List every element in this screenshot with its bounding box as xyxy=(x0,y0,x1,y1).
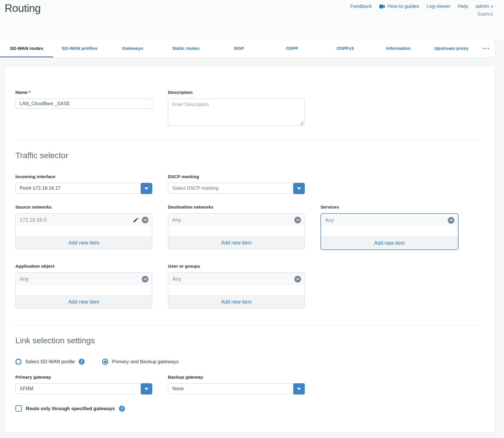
primary-backup-gateways-radio[interactable] xyxy=(102,359,108,365)
destination-networks-field-group: Destination networks Any Add new item xyxy=(168,205,305,250)
primary-gateway-select[interactable]: XFRM xyxy=(15,383,152,394)
source-networks-label: Source networks xyxy=(15,205,152,210)
remove-item-icon[interactable] xyxy=(294,276,301,282)
source-networks-listbox: 172.16.16.0 Add new item xyxy=(15,213,152,249)
tab-ospfv3[interactable]: OSPFv3 xyxy=(319,39,372,57)
sdwan-route-form-panel: Name * Description Traffic selector Inco… xyxy=(4,65,495,433)
dscp-label: DSCP marking xyxy=(168,174,305,179)
user-menu[interactable]: admin ▾ xyxy=(476,3,493,9)
dropdown-arrow-button[interactable] xyxy=(293,383,305,395)
list-item: Any xyxy=(168,273,304,285)
services-label: Services xyxy=(320,205,458,210)
header-nav: Feedback How-to guides Log viewer Help a… xyxy=(350,3,493,9)
name-description-row: Name * Description xyxy=(15,90,483,127)
tab-sdwan-profiles[interactable]: SD-WAN profiles xyxy=(53,39,106,57)
dropdown-arrow-button[interactable] xyxy=(141,383,152,395)
route-only-checkbox[interactable] xyxy=(15,405,22,412)
description-textarea[interactable] xyxy=(168,98,305,126)
name-field-group: Name * xyxy=(15,90,152,127)
incoming-interface-field-group: Incoming interface Port4-172.16.16.17 xyxy=(15,174,152,194)
route-only-row: Route only through specified gateways xyxy=(15,405,483,412)
incoming-interface-label: Incoming interface xyxy=(15,174,152,179)
backup-gateway-label: Backup gateway xyxy=(168,375,305,380)
tab-upstream-proxy[interactable]: Upstream proxy xyxy=(425,39,478,57)
feedback-link[interactable]: Feedback xyxy=(350,3,372,9)
chevron-down-icon: ▾ xyxy=(491,5,493,8)
name-label: Name * xyxy=(15,90,152,95)
primary-gateway-label: Primary gateway xyxy=(15,375,152,380)
dscp-value: Select DSCP marking xyxy=(168,183,304,193)
info-icon[interactable] xyxy=(119,406,125,412)
primary-gateway-field-group: Primary gateway XFRM xyxy=(15,375,152,394)
description-label: Description xyxy=(168,90,305,95)
networks-services-row: Source networks 172.16.16.0 Add new item… xyxy=(15,205,483,250)
route-only-checkbox-label: Route only through specified gateways xyxy=(26,406,115,411)
application-object-label: Application object xyxy=(15,264,152,269)
add-new-item-button[interactable]: Add new item xyxy=(321,236,458,249)
log-viewer-link[interactable]: Log viewer xyxy=(427,3,450,9)
backup-gateway-field-group: Backup gateway None xyxy=(168,375,305,394)
services-listbox: Any Add new item xyxy=(320,213,458,250)
incoming-interface-value: Port4-172.16.16.17 xyxy=(16,183,152,193)
incoming-interface-select[interactable]: Port4-172.16.16.17 xyxy=(15,183,152,194)
primary-gateway-value: XFRM xyxy=(16,384,152,394)
howto-guides-link[interactable]: How-to guides xyxy=(379,3,419,9)
tab-gateways[interactable]: Gateways xyxy=(106,39,159,57)
section-divider xyxy=(15,140,479,140)
page-header: Routing Feedback How-to guides Log viewe… xyxy=(0,0,504,39)
list-item: Any xyxy=(16,273,152,285)
tab-bgp[interactable]: BGP xyxy=(212,39,265,57)
list-item: Any xyxy=(321,214,458,227)
user-or-groups-label: User or groups xyxy=(168,264,305,269)
dropdown-arrow-button[interactable] xyxy=(141,183,152,194)
list-item: Any xyxy=(168,213,304,226)
user-or-groups-field-group: User or groups Any Add new item xyxy=(168,264,305,309)
video-camera-icon xyxy=(379,4,385,9)
application-users-row: Application object Any Add new item User… xyxy=(15,264,483,309)
info-icon[interactable] xyxy=(79,359,85,365)
destination-networks-label: Destination networks xyxy=(168,205,305,210)
help-link[interactable]: Help xyxy=(458,3,468,9)
tab-ospf[interactable]: OSPF xyxy=(266,39,319,57)
tab-static-routes[interactable]: Static routes xyxy=(159,39,212,57)
sdwan-profile-radio[interactable] xyxy=(15,359,21,365)
source-networks-field-group: Source networks 172.16.16.0 Add new item xyxy=(15,205,152,250)
tabs-overflow-ellipsis-icon[interactable]: ●●● xyxy=(478,39,495,57)
dscp-field-group: DSCP marking Select DSCP marking xyxy=(168,174,305,194)
services-field-group: Services Any Add new item xyxy=(320,205,458,250)
user-or-groups-listbox: Any Add new item xyxy=(168,272,305,309)
edit-pencil-icon[interactable] xyxy=(133,217,139,223)
tab-information[interactable]: Information xyxy=(372,39,425,57)
dropdown-arrow-button[interactable] xyxy=(293,183,305,194)
application-object-listbox: Any Add new item xyxy=(15,272,152,309)
backup-gateway-value: None xyxy=(168,384,304,394)
add-new-item-button[interactable]: Add new item xyxy=(168,295,304,308)
gateway-selects-row: Primary gateway XFRM Backup gateway None xyxy=(15,375,483,394)
link-selection-radio-row: Select SD-WAN profile Primary and Backup… xyxy=(15,359,483,365)
destination-networks-listbox: Any Add new item xyxy=(168,213,305,249)
add-new-item-button[interactable]: Add new item xyxy=(168,236,304,249)
brand-label: Sophos xyxy=(477,12,493,17)
name-input[interactable] xyxy=(15,98,152,109)
traffic-selector-heading: Traffic selector xyxy=(15,151,483,160)
routing-tabbar: SD-WAN routes SD-WAN profiles Gateways S… xyxy=(0,39,495,58)
link-selection-heading: Link selection settings xyxy=(15,336,483,345)
remove-item-icon[interactable] xyxy=(448,217,454,224)
interface-dscp-row: Incoming interface Port4-172.16.16.17 DS… xyxy=(15,174,483,194)
list-item: 172.16.16.0 xyxy=(16,213,152,226)
tab-sdwan-routes[interactable]: SD-WAN routes xyxy=(0,39,53,57)
primary-backup-gateways-radio-label: Primary and Backup gateways xyxy=(112,359,179,365)
page-title: Routing xyxy=(5,2,41,14)
description-field-group: Description xyxy=(168,90,305,127)
backup-gateway-select[interactable]: None xyxy=(168,383,305,394)
add-new-item-button[interactable]: Add new item xyxy=(16,295,152,308)
remove-item-icon[interactable] xyxy=(142,276,148,282)
add-new-item-button[interactable]: Add new item xyxy=(16,236,152,249)
application-object-field-group: Application object Any Add new item xyxy=(15,264,152,309)
remove-item-icon[interactable] xyxy=(142,217,148,223)
dscp-select[interactable]: Select DSCP marking xyxy=(168,183,305,194)
sdwan-profile-radio-label: Select SD-WAN profile xyxy=(25,359,75,365)
section-divider xyxy=(15,325,479,325)
remove-item-icon[interactable] xyxy=(294,217,301,223)
